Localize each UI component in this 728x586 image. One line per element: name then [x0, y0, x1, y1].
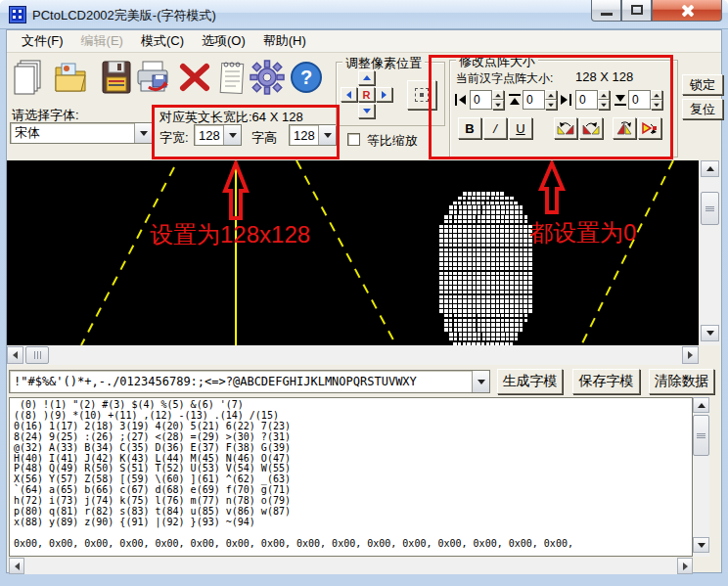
scroll-thumb[interactable]	[701, 192, 719, 225]
scroll-right-button[interactable]	[677, 558, 693, 574]
margin-spinners: 0000	[454, 90, 665, 110]
spin-down-button[interactable]	[651, 100, 662, 110]
spin-up-button[interactable]	[598, 90, 610, 100]
char-height-combobox[interactable]: 128	[289, 124, 337, 146]
chevron-down-icon	[478, 380, 485, 384]
print-icon[interactable]	[134, 56, 173, 99]
center-position-button[interactable]	[407, 80, 436, 110]
grip-icon	[705, 205, 714, 212]
arrow-left-icon	[15, 563, 20, 570]
client-area: 文件(F)编辑(E)模式(C)选项(O)帮助(H)	[6, 29, 722, 573]
char-width-label: 字宽:	[159, 129, 189, 147]
rotate-right-button[interactable]	[579, 117, 603, 139]
chevron-down-icon	[229, 133, 237, 138]
menu-item-文件(F)[interactable]: 文件(F)	[13, 29, 72, 53]
generate-font-button[interactable]: 生成字模	[497, 369, 563, 394]
char-width-dropdown[interactable]	[223, 125, 241, 145]
output-textarea[interactable]: (0) !(1) "(2) #(3) $(4) %(5) &(6) '(7) (…	[9, 397, 693, 557]
char-height-dropdown[interactable]	[318, 125, 336, 145]
scroll-left-button[interactable]	[7, 346, 23, 364]
scroll-down-button[interactable]	[693, 537, 709, 553]
app-icon	[9, 6, 26, 23]
maximize-icon	[631, 5, 643, 15]
margin-input[interactable]: 0	[470, 90, 492, 110]
close-button[interactable]	[652, 0, 722, 22]
move-down-button[interactable]	[358, 104, 375, 118]
help-icon[interactable]: ?	[287, 56, 326, 99]
menu-item-帮助(H)[interactable]: 帮助(H)	[254, 29, 315, 53]
font-combobox-value: 宋体	[11, 122, 134, 144]
arrow-down-icon	[548, 103, 554, 107]
reset-position-button[interactable]: R	[358, 87, 375, 102]
title-bar: PCtoLCD2002完美版-(字符模式)	[0, 0, 728, 29]
spin-down-button[interactable]	[598, 100, 610, 110]
charmap-dropdown[interactable]	[472, 371, 489, 392]
arrow-down-icon	[654, 103, 660, 107]
scroll-thumb[interactable]	[25, 346, 49, 364]
scroll-right-button[interactable]	[682, 346, 699, 364]
open-file-icon[interactable]	[52, 56, 91, 99]
settings-gear-icon[interactable]	[248, 56, 287, 99]
preview-horizontal-scrollbar[interactable]	[7, 345, 699, 365]
scroll-left-button[interactable]	[9, 558, 24, 574]
scroll-thumb[interactable]	[693, 415, 709, 456]
minimize-button[interactable]	[591, 0, 621, 22]
spin-down-button[interactable]	[545, 100, 557, 110]
notes-icon[interactable]	[212, 56, 251, 99]
char-width-combobox[interactable]: 128	[194, 124, 242, 146]
mirror-vertical-icon	[615, 120, 633, 136]
arrow-down-icon	[698, 543, 705, 548]
reset-button[interactable]: 复位	[682, 99, 723, 119]
mirror-horizontal-icon	[641, 120, 659, 136]
grip-icon	[697, 432, 705, 439]
arrow-up-icon	[706, 166, 714, 171]
underline-button[interactable]: U	[509, 117, 532, 139]
move-right-button[interactable]	[376, 87, 392, 102]
scroll-up-button[interactable]	[701, 160, 719, 177]
current-matrix-label: 当前汉字点阵大小:	[456, 70, 553, 87]
output-horizontal-scrollbar[interactable]	[9, 558, 693, 574]
proportional-scale-checkbox[interactable]	[347, 133, 360, 146]
move-up-button[interactable]	[358, 70, 375, 85]
margin-input[interactable]: 0	[575, 90, 598, 110]
left-edge-icon	[454, 92, 470, 108]
margin-input[interactable]: 0	[523, 90, 545, 110]
delete-icon[interactable]	[175, 56, 214, 99]
output-vertical-scrollbar[interactable]	[693, 397, 709, 557]
arrow-down-icon	[706, 331, 714, 336]
font-combobox-dropdown[interactable]	[134, 123, 152, 143]
margin-input[interactable]: 0	[628, 90, 651, 110]
italic-button[interactable]: /	[483, 117, 507, 139]
spin-up-button[interactable]	[545, 90, 557, 100]
charmap-combobox[interactable]: !"#$%&'()*+,-./0123456789:;<=>?@ABCDEFGH…	[9, 370, 490, 393]
mirror-horizontal-button[interactable]	[638, 117, 661, 139]
font-combobox[interactable]: 宋体	[10, 122, 153, 144]
preview-vertical-scrollbar[interactable]	[700, 160, 720, 345]
scroll-up-button[interactable]	[693, 397, 709, 413]
menu-item-模式(C)[interactable]: 模式(C)	[132, 29, 193, 53]
arrow-up-icon	[495, 93, 501, 97]
margin-spinner: 0	[454, 90, 504, 110]
spin-up-button[interactable]	[651, 90, 662, 100]
arrow-up-icon	[601, 93, 607, 97]
save-icon[interactable]	[97, 56, 136, 99]
mirror-vertical-button[interactable]	[613, 117, 636, 139]
spin-down-button[interactable]	[492, 100, 504, 110]
current-matrix-value: 128 X 128	[575, 69, 633, 84]
glyph-preview-canvas[interactable]: 设置为128x128 都设置为0	[7, 160, 699, 345]
move-left-button[interactable]	[341, 87, 357, 102]
new-file-icon[interactable]	[9, 56, 48, 99]
center-icon	[415, 88, 429, 102]
menu-item-选项(O)[interactable]: 选项(O)	[193, 29, 254, 53]
save-font-button[interactable]: 保存字模	[572, 369, 640, 394]
clear-data-button[interactable]: 清除数据	[649, 369, 714, 394]
lock-button[interactable]: 锁定	[682, 74, 723, 95]
scroll-down-button[interactable]	[701, 325, 719, 341]
pixel-position-group-title: 调整像素位置	[342, 55, 425, 72]
bold-button[interactable]: B	[458, 117, 481, 139]
arrow-right-icon	[683, 563, 688, 570]
maximize-button[interactable]	[621, 0, 652, 22]
spin-up-button[interactable]	[492, 90, 504, 100]
rotate-left-button[interactable]	[554, 117, 577, 139]
arrow-up-icon	[654, 93, 660, 97]
